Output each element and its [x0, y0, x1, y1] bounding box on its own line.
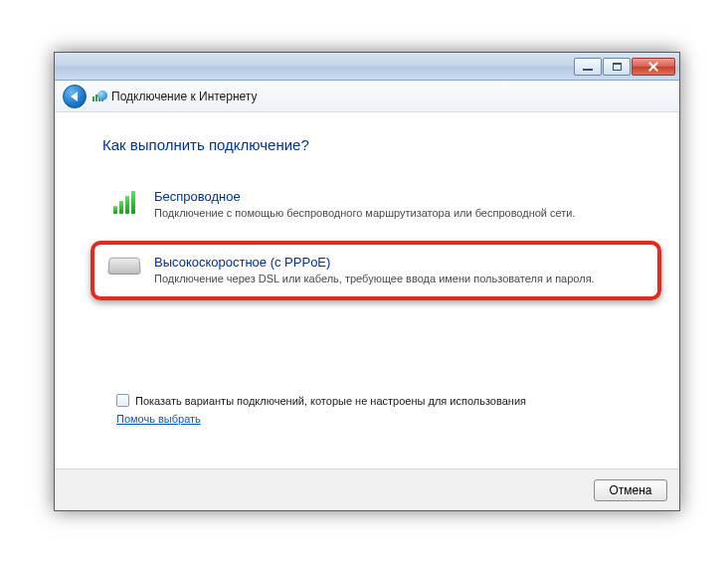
minimize-button[interactable]	[574, 58, 602, 76]
footer: Отмена	[55, 468, 679, 510]
back-arrow-icon	[71, 92, 78, 101]
option-wireless-title: Беспроводное	[154, 189, 576, 204]
page-heading: Как выполнить подключение?	[102, 136, 649, 153]
show-options-row[interactable]: Показать варианты подключений, которые н…	[116, 394, 526, 407]
show-options-checkbox[interactable]	[116, 394, 129, 407]
modem-icon	[107, 258, 141, 275]
window-title-text: Подключение к Интернету	[111, 90, 258, 103]
back-button[interactable]	[63, 85, 87, 108]
show-options-label: Показать варианты подключений, которые н…	[135, 395, 526, 407]
close-button[interactable]	[632, 58, 675, 76]
option-pppoe-title: Высокоскоростное (с PPPoE)	[154, 255, 595, 270]
maximize-button[interactable]	[603, 58, 631, 76]
option-pppoe-desc: Подключение через DSL или кабель, требую…	[154, 272, 595, 286]
cancel-button[interactable]: Отмена	[594, 479, 667, 501]
maximize-icon	[613, 63, 622, 71]
signal-bars-icon	[113, 191, 135, 214]
help-link[interactable]: Помочь выбрать	[116, 413, 201, 425]
globe-icon	[97, 91, 107, 100]
cancel-button-label: Отмена	[609, 483, 651, 497]
window-title: Подключение к Интернету	[92, 90, 258, 103]
option-wireless[interactable]: Беспроводное Подключение с помощью беспр…	[102, 179, 649, 233]
minimize-icon	[583, 69, 593, 71]
highlighted-option: Высокоскоростное (с PPPoE) Подключение ч…	[91, 241, 661, 300]
content-area: Как выполнить подключение? Беспроводное …	[55, 112, 679, 468]
nav-bar: Подключение к Интернету	[55, 81, 679, 112]
close-icon	[647, 61, 659, 73]
titlebar	[55, 53, 679, 81]
option-pppoe[interactable]: Высокоскоростное (с PPPoE) Подключение ч…	[106, 251, 645, 290]
dialog-window: Подключение к Интернету Как выполнить по…	[54, 52, 680, 511]
option-wireless-desc: Подключение с помощью беспроводного марш…	[154, 206, 576, 221]
